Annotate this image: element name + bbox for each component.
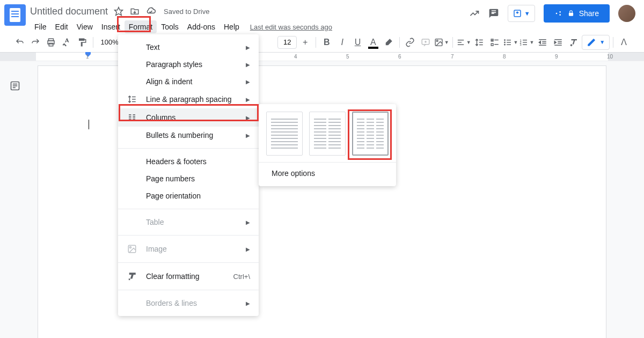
user-avatar[interactable] [618,5,635,22]
submenu-arrow-icon: ▶ [246,45,250,50]
format-menu-image: Image▶ [118,240,259,258]
line-spacing-icon [127,94,137,104]
undo-button[interactable] [13,35,27,50]
insert-comment-button[interactable] [419,35,433,50]
format-menu-clear-formatting[interactable]: Clear formattingCtrl+\ [118,267,259,285]
menu-edit[interactable]: Edit [51,20,72,33]
format-menu-text[interactable]: Text▶ [118,39,259,56]
svg-point-8 [436,40,438,41]
clear-formatting-button[interactable] [566,35,581,50]
submenu-arrow-icon: ▶ [246,133,250,138]
document-title[interactable]: Untitled document [30,6,108,17]
svg-rect-17 [491,43,493,46]
present-button[interactable]: ▼ [508,5,535,22]
app-header: Untitled document Saved to Drive FileEdi… [0,0,644,32]
columns-option-one[interactable] [266,112,303,156]
columns-option-two[interactable] [309,112,346,156]
format-menu-align-indent[interactable]: Align & indent▶ [118,73,259,90]
menu-format[interactable]: Format [125,20,157,33]
numbered-list-button[interactable]: 123▼ [519,35,534,50]
toolbar: 100%▼ + B I U A ▼ ▼ ▼ 123▼ ▼ ᐱ [0,32,644,53]
move-icon[interactable] [129,6,140,17]
align-button[interactable]: ▼ [456,35,471,50]
menu-help[interactable]: Help [219,20,244,33]
svg-rect-28 [523,40,528,40]
activity-icon[interactable] [469,8,480,19]
text-color-button[interactable]: A [366,35,380,50]
text-cursor [89,120,89,129]
format-menu-paragraph-styles[interactable]: Paragraph styles▶ [118,56,259,73]
share-button[interactable]: Share [544,4,610,23]
italic-button[interactable]: I [335,35,349,50]
svg-rect-2 [569,13,573,16]
highlight-button[interactable] [382,35,396,50]
svg-point-19 [504,39,506,41]
submenu-arrow-icon: ▶ [246,62,250,68]
last-edit-link[interactable]: Last edit was seconds ago [250,23,332,31]
svg-point-55 [130,247,131,248]
menubar: FileEditViewInsertFormatToolsAdd-onsHelp… [30,20,469,33]
editing-mode-button[interactable]: ▼ [582,35,610,50]
format-menu-columns[interactable]: Columns▶ [118,108,259,127]
cloud-icon[interactable] [145,6,156,17]
insert-link-button[interactable] [403,35,418,50]
menu-view[interactable]: View [72,20,97,33]
menu-file[interactable]: File [30,20,51,33]
format-menu-page-numbers[interactable]: Page numbers [118,170,259,187]
svg-rect-29 [523,42,528,42]
comments-icon[interactable] [488,8,499,19]
docs-logo[interactable] [4,4,26,26]
svg-rect-22 [507,40,511,40]
line-spacing-button[interactable] [472,35,487,50]
font-size-input[interactable] [277,36,297,49]
bulleted-list-button[interactable]: ▼ [503,35,518,50]
svg-point-21 [504,43,506,45]
spellcheck-button[interactable] [60,35,74,50]
format-menu-bullets-numbering[interactable]: Bullets & numbering▶ [118,127,259,144]
paint-format-button[interactable] [75,35,90,50]
format-menu-dropdown: Text▶Paragraph styles▶Align & indent▶Lin… [118,34,259,316]
hide-menus-button[interactable]: ᐱ [617,35,631,50]
columns-icon [127,113,137,122]
columns-more-options[interactable]: More options [259,162,396,186]
submenu-arrow-icon: ▶ [246,300,250,306]
save-status: Saved to Drive [164,8,209,16]
submenu-arrow-icon: ▶ [246,79,250,85]
menu-add-ons[interactable]: Add-ons [183,20,219,33]
menu-tools[interactable]: Tools [157,20,183,33]
format-menu-borders-lines: Borders & lines▶ [118,295,259,312]
svg-rect-24 [507,44,511,45]
bold-button[interactable]: B [319,35,334,50]
format-menu-page-orientation[interactable]: Page orientation [118,187,259,204]
svg-rect-30 [523,44,528,45]
redo-button[interactable] [28,35,43,50]
format-menu-headers-footers[interactable]: Headers & footers [118,153,259,170]
horizontal-ruler[interactable]: 12345678910 [0,53,644,61]
increase-indent-button[interactable] [551,35,565,50]
format-menu-line-paragraph-spacing[interactable]: Line & paragraph spacing▶ [118,90,259,108]
outline-icon[interactable] [10,80,20,91]
svg-rect-23 [507,42,511,42]
submenu-arrow-icon: ▶ [246,219,250,225]
format-menu-table: Table▶ [118,214,259,231]
submenu-arrow-icon: ▶ [246,115,250,121]
font-size-increase[interactable]: + [298,35,312,50]
submenu-arrow-icon: ▶ [246,97,250,102]
checklist-button[interactable] [488,35,502,50]
submenu-arrow-icon: ▶ [246,246,250,252]
columns-option-three[interactable] [352,112,389,156]
columns-submenu: More options [259,104,396,186]
star-icon[interactable] [113,6,124,17]
document-area [0,61,644,338]
svg-marker-0 [115,8,123,16]
menu-insert[interactable]: Insert [97,20,125,33]
underline-button[interactable]: U [350,35,365,50]
decrease-indent-button[interactable] [535,35,550,50]
print-button[interactable] [44,35,58,50]
image-icon [127,244,137,254]
clear-icon [127,271,137,281]
insert-image-button[interactable]: ▼ [434,35,449,50]
svg-text:3: 3 [520,43,522,46]
svg-point-20 [504,41,506,43]
